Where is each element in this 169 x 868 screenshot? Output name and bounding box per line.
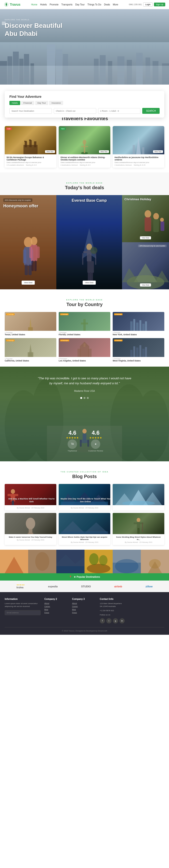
- gallery-item-0[interactable]: [0, 550, 28, 573]
- country-card-5[interactable]: 1 Package 1 Package West Virginia, Unite…: [113, 338, 164, 362]
- svg-rect-42: [25, 265, 28, 275]
- view-tour-btn-1[interactable]: View Tour: [45, 150, 55, 153]
- social-twitter[interactable]: t: [106, 618, 112, 623]
- nav-more[interactable]: More: [113, 3, 118, 6]
- country-card-4[interactable]: 6 Packages 6 Packages Los Angeles, Unite…: [59, 338, 110, 362]
- fav-desc-3: Dates available/Minimum days at selected…: [115, 162, 162, 163]
- svg-rect-54: [82, 253, 83, 265]
- footer-company2-link-3[interactable]: Press: [44, 612, 68, 614]
- blog-card-2[interactable]: [113, 484, 164, 510]
- deal-btn-1[interactable]: View Deal: [22, 281, 35, 285]
- country-card-3[interactable]: 1 Package 1 Package California, United S…: [5, 338, 56, 362]
- svg-rect-43: [29, 265, 32, 275]
- social-linkedin[interactable]: in: [120, 618, 125, 623]
- monument-icon-1: [78, 317, 91, 331]
- blog-card-1[interactable]: Maybe One Day You'll Be Able to Touch Wh…: [59, 484, 110, 510]
- gallery-img-0: [0, 550, 28, 573]
- svg-rect-133: [134, 522, 137, 524]
- country-card-1[interactable]: 1 Package 1 Package Florida, United Stat…: [59, 312, 110, 336]
- country-section: EXPLORE THE WORLD EASE Tour by Country 1…: [0, 289, 169, 367]
- country-card-2[interactable]: 1 Package 1 Package New York, United Sta…: [113, 312, 164, 336]
- blog-section: THE CURATED COLLECTION OF IDEA Blog Post…: [0, 461, 169, 550]
- fav-card-3[interactable]: View Tour Hertfordshire as jasusune top …: [113, 126, 164, 168]
- tab-insurance[interactable]: Insurance: [49, 101, 63, 105]
- monument-icon-3: [24, 343, 38, 357]
- partner-4[interactable]: zillow: [145, 585, 153, 588]
- nav-daytour[interactable]: Day Tour: [75, 3, 85, 6]
- svg-rect-57: [87, 261, 91, 273]
- view-tour-btn-3[interactable]: View Tour: [153, 150, 163, 153]
- footer-company3-link-2[interactable]: Blog: [72, 608, 96, 611]
- footer-info-title: Information: [5, 598, 41, 600]
- deal-btn-2[interactable]: View Deal: [83, 281, 96, 285]
- deal-btn-4[interactable]: View Deal: [140, 283, 151, 286]
- country-pkg-3: 1 Package: [5, 358, 56, 360]
- tab-hotels[interactable]: Hotels: [9, 101, 20, 105]
- country-name-2: New York, United States: [113, 333, 164, 336]
- tab-daytour[interactable]: Day Tour: [35, 101, 48, 105]
- destination-input[interactable]: [9, 108, 52, 114]
- blog-card-0[interactable]: One Day, a Machine Will Smell Whether Yo…: [5, 484, 56, 510]
- social-facebook[interactable]: f: [100, 618, 105, 623]
- svg-rect-131: [137, 522, 140, 528]
- social-google[interactable]: g: [113, 618, 118, 623]
- footer-company2-link-0[interactable]: About: [44, 602, 68, 604]
- blog-card-3[interactable]: Make it easier tomorrow You Help Yoursel…: [5, 513, 56, 545]
- nav-home[interactable]: Home: [31, 3, 37, 6]
- destination-wrap: [9, 108, 52, 114]
- dot-1[interactable]: [80, 397, 82, 399]
- fav-card-1[interactable]: Sale View Tour 55.5% Norwegian Escape Ba…: [5, 126, 56, 168]
- nav-transports[interactable]: Transports: [61, 3, 72, 6]
- hot-deals-grid: 20% Discounts only for couples Honeymoon…: [0, 195, 169, 289]
- blog-meta-1: By Sourav Ahmed · 15 February 2019: [60, 507, 109, 509]
- footer-company2-link-1[interactable]: Career: [44, 605, 68, 608]
- footer-company3-link-1[interactable]: Career: [72, 605, 96, 608]
- statue-icon: [75, 135, 94, 154]
- hot-deals-inner: EXPLORE THE WORLD EASE Today's hot deals: [0, 180, 169, 190]
- tab-financial[interactable]: Financial: [21, 101, 34, 105]
- signup-button[interactable]: Sign Up: [154, 3, 165, 6]
- dot-3[interactable]: [87, 397, 89, 399]
- partner-1[interactable]: expedia: [48, 585, 58, 588]
- popular-banner[interactable]: 📍 ★ Popular Destinations: [0, 573, 169, 581]
- footer-company2-link-2[interactable]: Blog: [44, 608, 68, 611]
- nav-hotels[interactable]: Hotels: [40, 3, 47, 6]
- blog-card-5[interactable]: Some Strolling Blog Street Styles About …: [113, 513, 164, 545]
- partner-3[interactable]: airbnb: [114, 585, 122, 588]
- gallery-item-2[interactable]: [56, 550, 85, 573]
- footer-company3-link-3[interactable]: Press: [72, 612, 96, 614]
- checkin-input[interactable]: [54, 108, 96, 114]
- svg-point-124: [26, 518, 35, 529]
- fav-info-2: Dinner at emblem-Wentworth Adams Dining-…: [59, 154, 110, 168]
- logo[interactable]: Travus: [4, 2, 20, 7]
- footer-contact-title: Contact Info: [100, 598, 125, 600]
- login-button[interactable]: Login: [143, 2, 153, 7]
- head-sculpture-icon: [24, 518, 38, 534]
- country-card-0[interactable]: 1 Package 1 Package Texas, United States: [5, 312, 56, 336]
- search-button[interactable]: SEARCH: [142, 108, 160, 114]
- nav-deals[interactable]: Deals: [104, 3, 110, 6]
- partner-0[interactable]: ★★★★★ trulea: [16, 584, 25, 589]
- hero-title-line1: Discover Beautiful: [5, 22, 62, 29]
- svg-rect-60: [90, 272, 93, 282]
- footer-email-input[interactable]: [5, 610, 41, 615]
- gallery-item-5[interactable]: [141, 550, 169, 573]
- nav-promote[interactable]: Promote: [49, 3, 58, 6]
- blog-title-4: Street Where Gothic-Style Opt-Opt-Opt ca…: [60, 536, 109, 541]
- gallery-item-3[interactable]: [85, 550, 113, 573]
- blog-card-4[interactable]: Street Where Gothic-Style Opt-Opt-Opt ca…: [59, 513, 110, 545]
- fav-card-2[interactable]: New View Tour Dinner at emblem-Wentworth…: [59, 126, 110, 168]
- country-name-5: West Virginia, United States: [113, 360, 164, 362]
- svg-rect-88: [88, 349, 91, 357]
- view-tour-btn-2[interactable]: View Tour: [99, 150, 109, 153]
- partner-2[interactable]: STUDIO: [81, 585, 91, 588]
- dot-2[interactable]: [84, 397, 85, 399]
- guests-input[interactable]: [98, 108, 140, 114]
- gallery-item-4[interactable]: [113, 550, 141, 573]
- nav-things[interactable]: Things To Do: [88, 3, 101, 6]
- footer-company3-link-0[interactable]: About: [72, 602, 96, 604]
- blog-meta-3: By Sourav Ahmed · 15 February 2019: [7, 539, 54, 541]
- gallery-item-1[interactable]: [28, 550, 56, 573]
- country-badge-4: 6 Packages: [60, 340, 69, 341]
- deal-btn-3[interactable]: View Deal: [140, 236, 151, 239]
